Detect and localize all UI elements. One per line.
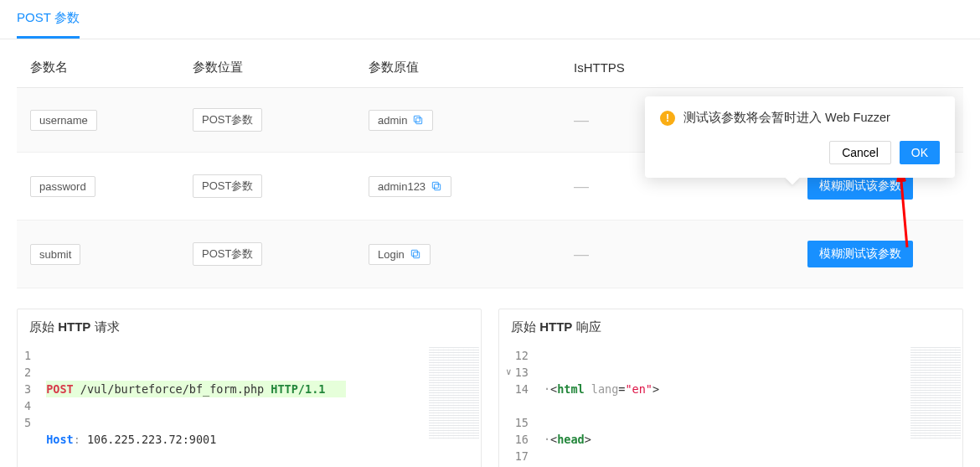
annotation-arrow bbox=[892, 168, 917, 252]
http-panels: 原始 HTTP 请求 1 2 3 4 5 POST /vul/burteforc… bbox=[0, 288, 980, 467]
param-name-tag: password bbox=[30, 176, 95, 197]
param-val-tag: Login bbox=[369, 244, 431, 265]
copy-icon[interactable] bbox=[431, 180, 442, 192]
header-pos: 参数位置 bbox=[193, 60, 369, 75]
cancel-button[interactable]: Cancel bbox=[829, 141, 891, 164]
https-dash: — bbox=[574, 246, 588, 262]
fold-icon[interactable]: ∨ bbox=[506, 364, 512, 381]
svg-rect-5 bbox=[411, 250, 417, 256]
header-https: IsHTTPS bbox=[574, 60, 699, 75]
param-name-tag: submit bbox=[30, 244, 80, 265]
svg-rect-1 bbox=[415, 116, 420, 122]
request-code[interactable]: 1 2 3 4 5 POST /vul/burteforce/bf_form.p… bbox=[18, 345, 481, 467]
https-dash: — bbox=[574, 112, 588, 128]
request-title: 原始 HTTP 请求 bbox=[18, 309, 481, 345]
svg-rect-4 bbox=[413, 252, 419, 258]
minimap[interactable] bbox=[429, 347, 479, 439]
gutter: 1 2 3 4 5 bbox=[18, 345, 41, 467]
param-val-text: Login bbox=[378, 248, 405, 261]
response-panel: 原始 HTTP 响应 12 ∨13 14 15 16 17 ·<html lan… bbox=[498, 309, 963, 467]
copy-icon[interactable] bbox=[412, 114, 424, 126]
svg-line-7 bbox=[900, 172, 907, 247]
popover-message: 测试该参数将会暂时进入 Web Fuzzer bbox=[683, 110, 890, 126]
confirm-popover: ! 测试该参数将会暂时进入 Web Fuzzer Cancel OK bbox=[645, 96, 955, 178]
param-name-tag: username bbox=[30, 110, 97, 131]
param-val-tag: admin bbox=[369, 110, 433, 131]
warning-icon: ! bbox=[660, 111, 675, 126]
param-val-text: admin bbox=[378, 114, 407, 127]
gutter: 12 ∨13 14 15 16 17 bbox=[499, 345, 539, 467]
param-pos-tag: POST参数 bbox=[193, 108, 262, 132]
code-body: POST /vul/burteforce/bf_form.php HTTP/1.… bbox=[41, 345, 351, 467]
param-val-text: admin123 bbox=[378, 180, 426, 193]
tab-post-params[interactable]: POST 参数 bbox=[17, 10, 80, 39]
ok-button[interactable]: OK bbox=[900, 141, 940, 164]
header-name: 参数名 bbox=[17, 60, 193, 75]
param-pos-tag: POST参数 bbox=[193, 174, 262, 198]
response-code[interactable]: 12 ∨13 14 15 16 17 ·<html lang="en"> ·<h… bbox=[499, 345, 962, 467]
svg-rect-2 bbox=[435, 184, 441, 190]
svg-rect-3 bbox=[432, 182, 438, 188]
copy-icon[interactable] bbox=[410, 248, 421, 260]
table-row: submit POST参数 Login — 模糊测试该参数 bbox=[17, 221, 963, 288]
request-panel: 原始 HTTP 请求 1 2 3 4 5 POST /vul/burteforc… bbox=[17, 309, 482, 467]
tab-bar: POST 参数 bbox=[0, 0, 980, 39]
svg-rect-0 bbox=[416, 118, 422, 124]
param-pos-tag: POST参数 bbox=[193, 242, 262, 266]
response-title: 原始 HTTP 响应 bbox=[499, 309, 962, 345]
param-val-tag: admin123 bbox=[369, 176, 451, 197]
table-header: 参数名 参数位置 参数原值 IsHTTPS bbox=[17, 39, 963, 88]
code-body: ·<html lang="en"> ·<head> ·····<meta htt… bbox=[539, 345, 827, 467]
https-dash: — bbox=[574, 178, 588, 195]
header-val: 参数原值 bbox=[369, 60, 574, 75]
minimap[interactable] bbox=[910, 347, 961, 439]
